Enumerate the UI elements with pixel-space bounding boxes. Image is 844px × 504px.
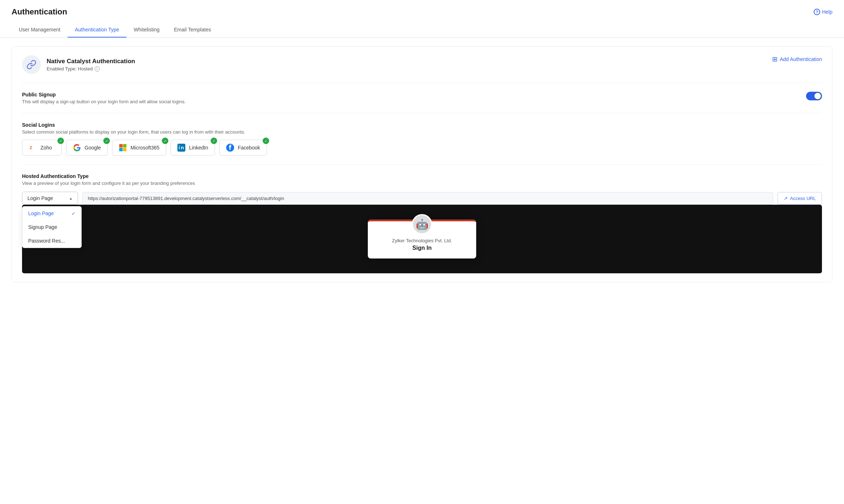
linkedin-icon — [177, 144, 185, 152]
add-authentication-button[interactable]: ⊞ Add Authentication — [772, 55, 822, 63]
auth-card-title: Native Catalyst Authentication — [47, 58, 135, 65]
divider-3 — [22, 164, 822, 165]
dropdown-item-signup[interactable]: Signup Page — [22, 220, 81, 234]
page-select-dropdown: Login Page ✓ Signup Page Password Res... — [22, 206, 82, 248]
svg-rect-5 — [123, 148, 126, 151]
social-logins-label: Social Logins — [22, 122, 822, 128]
url-display: https://autorizationportal-779513891.dev… — [82, 192, 773, 205]
preview-form-title: Sign In — [412, 245, 431, 251]
auth-card-header: Native Catalyst Authentication Enabled T… — [22, 55, 822, 74]
svg-rect-4 — [119, 148, 122, 151]
facebook-check-badge: ✓ — [263, 138, 269, 144]
dropdown-item-password-reset[interactable]: Password Res... — [22, 234, 81, 248]
main-content: Native Catalyst Authentication Enabled T… — [0, 38, 844, 291]
toggle-slider — [806, 92, 822, 100]
tabs-nav: User Management Authentication Type Whit… — [0, 22, 844, 38]
auth-icon — [26, 60, 36, 70]
google-icon — [73, 144, 81, 152]
external-link-icon: ↗ — [784, 196, 788, 201]
microsoft365-check-badge: ✓ — [162, 138, 168, 144]
social-logins-description: Select common social platforms to displa… — [22, 129, 822, 135]
tab-authentication-type[interactable]: Authentication Type — [68, 22, 126, 38]
help-label: Help — [822, 9, 832, 15]
social-logins-grid: ✓ Z Zoho ✓ — [22, 140, 822, 156]
zoho-icon: Z — [29, 144, 37, 152]
url-row: Login Page ▲ Login Page ✓ Signup Page — [22, 192, 822, 205]
dropdown-item-login[interactable]: Login Page ✓ — [22, 207, 81, 220]
hosted-auth-description: View a preview of your login form and co… — [22, 181, 822, 186]
public-signup-description: This will display a sign-up button on yo… — [22, 99, 186, 104]
add-auth-label: Add Authentication — [780, 56, 822, 62]
microsoft365-label: Microsoft365 — [130, 145, 159, 151]
page-select-value: Login Page — [27, 195, 53, 201]
public-signup-toggle[interactable] — [806, 92, 822, 100]
preview-avatar: 🤖 — [412, 214, 432, 234]
social-card-google[interactable]: ✓ Google — [66, 140, 108, 156]
social-logins-section: Social Logins Select common social platf… — [22, 122, 822, 156]
page-select-container: Login Page ▲ Login Page ✓ Signup Page — [22, 192, 78, 205]
auth-card: Native Catalyst Authentication Enabled T… — [12, 46, 832, 282]
auth-icon-wrapper — [22, 55, 41, 74]
auth-info: Native Catalyst Authentication Enabled T… — [47, 58, 135, 71]
social-card-facebook[interactable]: ✓ Facebook — [219, 140, 267, 156]
login-form-preview-card: 🤖 Zylker Technologies Pvt. Ltd. Sign In — [368, 220, 476, 258]
social-card-zoho[interactable]: ✓ Z Zoho — [22, 140, 62, 156]
auth-card-subtitle: Enabled Type: Hosted i — [47, 66, 135, 71]
google-check-badge: ✓ — [103, 138, 110, 144]
divider-2 — [22, 113, 822, 113]
login-form-preview-area: 🤖 Zylker Technologies Pvt. Ltd. Sign In — [22, 205, 822, 273]
public-signup-section: Public Signup This will display a sign-u… — [22, 92, 822, 104]
linkedin-label: LinkedIn — [189, 145, 208, 151]
zoho-check-badge: ✓ — [57, 138, 64, 144]
chevron-down-icon: ▲ — [69, 196, 73, 200]
linkedin-check-badge: ✓ — [211, 138, 217, 144]
page-select-button[interactable]: Login Page ▲ — [22, 192, 78, 205]
facebook-label: Facebook — [238, 145, 260, 151]
access-url-button[interactable]: ↗ Access URL — [778, 192, 822, 205]
svg-text:Z: Z — [30, 145, 32, 150]
social-card-linkedin[interactable]: ✓ LinkedIn — [171, 140, 215, 156]
help-link[interactable]: ? Help — [814, 9, 832, 15]
tab-email-templates[interactable]: Email Templates — [167, 22, 218, 38]
tab-user-management[interactable]: User Management — [12, 22, 68, 38]
google-label: Google — [85, 145, 101, 151]
zoho-label: Zoho — [40, 145, 52, 151]
svg-rect-2 — [119, 144, 122, 147]
access-url-label: Access URL — [790, 196, 816, 201]
page-header: Authentication ? Help — [0, 0, 844, 17]
microsoft365-icon — [119, 144, 127, 152]
hosted-auth-section: Hosted Authentication Type View a previe… — [22, 173, 822, 273]
public-signup-info: Public Signup This will display a sign-u… — [22, 92, 186, 104]
preview-company: Zylker Technologies Pvt. Ltd. — [392, 238, 452, 243]
svg-rect-3 — [123, 144, 126, 147]
public-signup-label: Public Signup — [22, 92, 186, 97]
info-icon[interactable]: i — [95, 66, 100, 71]
tab-whitelisting[interactable]: Whitelisting — [126, 22, 167, 38]
auth-header-left: Native Catalyst Authentication Enabled T… — [22, 55, 135, 74]
page-title: Authentication — [12, 7, 67, 17]
divider-1 — [22, 83, 822, 83]
plus-icon: ⊞ — [772, 55, 778, 63]
social-card-microsoft365[interactable]: ✓ Microsoft365 — [112, 140, 166, 156]
hosted-auth-label: Hosted Authentication Type — [22, 173, 822, 179]
facebook-icon — [226, 144, 234, 152]
selected-check-icon: ✓ — [72, 211, 76, 216]
help-circle-icon: ? — [814, 9, 820, 15]
